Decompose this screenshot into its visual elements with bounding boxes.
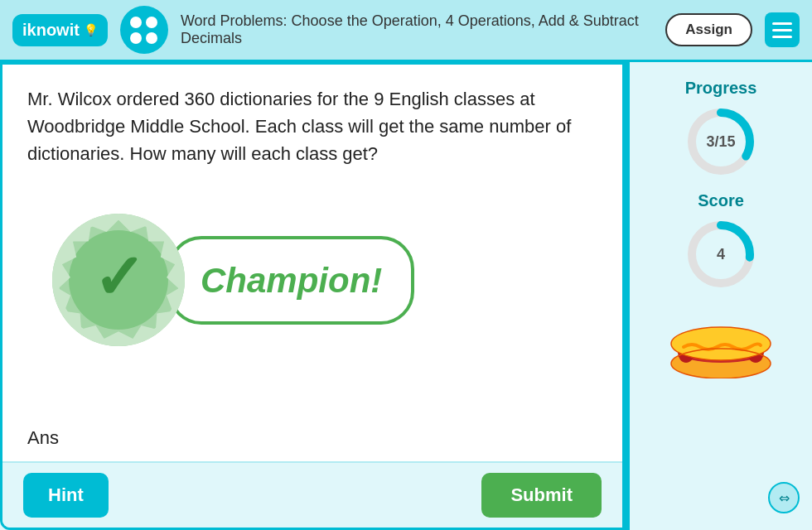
- logo-text: iknowit: [22, 21, 80, 40]
- right-panel: Progress 3/15 Score 4: [630, 62, 812, 530]
- dots-grid: [130, 17, 157, 44]
- assign-button[interactable]: Assign: [665, 13, 752, 46]
- left-panel: Mr. Wilcox ordered 360 dictionaries for …: [0, 62, 625, 530]
- progress-section: Progress 3/15: [684, 79, 758, 179]
- score-label: Score: [698, 191, 744, 210]
- checkmark-inner: ✓: [69, 230, 168, 330]
- answer-row: Ans: [2, 419, 622, 461]
- nav-arrow-button[interactable]: ⇔: [768, 482, 800, 513]
- score-section: Score 4: [684, 191, 758, 292]
- hotdog-image: [663, 312, 779, 378]
- activity-icon: [120, 6, 168, 54]
- menu-button[interactable]: [765, 12, 800, 47]
- dot-1: [130, 17, 142, 28]
- question-area: Mr. Wilcox ordered 360 dictionaries for …: [2, 65, 622, 419]
- dot-3: [130, 32, 142, 44]
- champion-text: Champion!: [201, 261, 382, 300]
- bottom-bar: Hint Submit: [2, 461, 622, 528]
- progress-value: 3/15: [706, 133, 735, 151]
- champion-bubble: Champion!: [168, 236, 414, 325]
- hotdog-area: [663, 312, 779, 378]
- menu-line-3: [772, 36, 792, 38]
- main-content: Mr. Wilcox ordered 360 dictionaries for …: [0, 62, 812, 530]
- champion-overlay: ✓ Champion!: [52, 214, 414, 346]
- score-value: 4: [717, 246, 725, 263]
- menu-line-1: [772, 22, 792, 25]
- progress-donut: 3/15: [684, 104, 758, 179]
- checkmark-outer: ✓: [52, 214, 185, 346]
- bulb-icon: 💡: [84, 23, 98, 36]
- progress-label: Progress: [685, 79, 757, 98]
- check-symbol: ✓: [93, 247, 145, 309]
- header: iknowit 💡 Word Problems: Choose the Oper…: [0, 0, 812, 62]
- answer-label: Ans: [27, 427, 59, 448]
- submit-button[interactable]: Submit: [481, 473, 602, 518]
- score-donut: 4: [684, 217, 758, 292]
- logo: iknowit 💡: [12, 14, 108, 46]
- hint-button[interactable]: Hint: [23, 473, 109, 518]
- flower-badge: ✓: [59, 220, 179, 340]
- nav-icon-area: ⇔: [638, 482, 804, 513]
- menu-line-2: [772, 29, 792, 31]
- dot-4: [146, 32, 157, 44]
- activity-title: Word Problems: Choose the Operation, 4 O…: [181, 12, 653, 47]
- dot-2: [146, 17, 157, 28]
- question-text: Mr. Wilcox ordered 360 dictionaries for …: [27, 89, 571, 164]
- checkmark-badge: ✓: [52, 214, 185, 346]
- nav-arrow-icon: ⇔: [779, 490, 790, 506]
